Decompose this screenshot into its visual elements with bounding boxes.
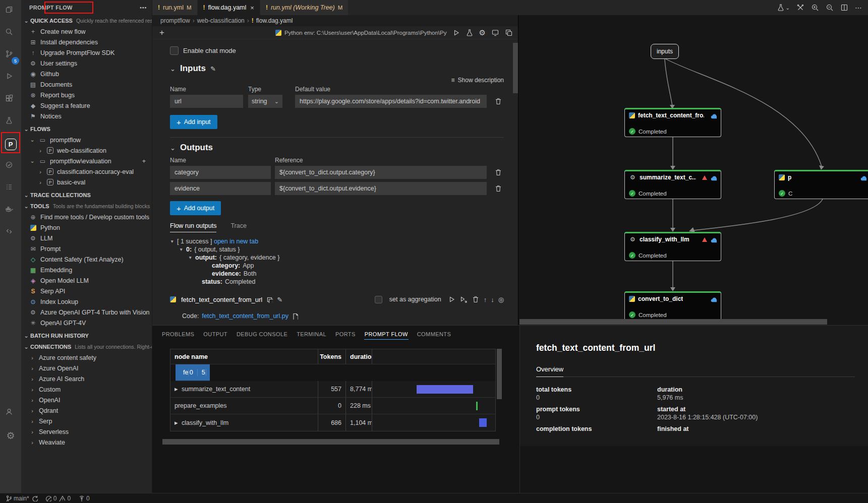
tools-item-openai-gpt4v[interactable]: ✳OpenAI GPT-4V — [21, 318, 152, 328]
output-name-field[interactable] — [170, 166, 271, 179]
show-description-button[interactable]: Show description — [458, 77, 504, 84]
flows-item-classification-accuracy-eval[interactable]: ›Pclassification-accuracy-eval — [21, 166, 152, 177]
tools-item-python[interactable]: Python — [21, 222, 152, 233]
edit-pencil-icon[interactable]: ✎ — [277, 296, 282, 303]
connection-azure-openai[interactable]: ›Azure OpenAI — [21, 363, 152, 373]
input-name-field[interactable] — [170, 95, 243, 108]
connection-azure-content-safety[interactable]: ›Azure content safety — [21, 352, 152, 363]
section-quick-access[interactable]: ⌄QUICK ACCESSQuickly reach the reference… — [21, 15, 152, 26]
graph-node-prepare-examples[interactable]: p ✓C — [774, 170, 868, 199]
graph-node-convert-to-dict[interactable]: convert_to_dict ✓Completed — [624, 291, 721, 321]
search-icon[interactable] — [0, 22, 21, 44]
twistie-icon[interactable]: ▶ — [175, 387, 182, 392]
tools-item-embedding[interactable]: ▦Embedding — [21, 265, 152, 275]
open-side-icon[interactable] — [505, 29, 513, 37]
split-editor-icon[interactable] — [840, 4, 848, 12]
debug-node-icon[interactable] — [459, 295, 468, 303]
graph-node-fetch-text-content[interactable]: fetch_text_content_fro... ✓Completed — [624, 108, 721, 137]
ports-indicator[interactable]: 0 — [78, 495, 90, 502]
chevron-down-icon[interactable]: ⌄ — [170, 65, 176, 73]
tools-item-content-safety[interactable]: ◇Content Safety (Text Analyze) — [21, 254, 152, 265]
sidebar-item-upgrade-sdk[interactable]: ↑Upgrade PromptFlow SDK — [21, 47, 152, 58]
trash-icon[interactable] — [493, 97, 504, 105]
file-icon[interactable] — [292, 313, 298, 320]
test-flask-icon[interactable] — [466, 29, 474, 37]
more-actions-icon[interactable]: ⋯ — [855, 4, 862, 12]
tab-problems[interactable]: PROBLEMS — [161, 329, 195, 339]
flows-folder-promptflow[interactable]: ⌄▭promptflow — [21, 135, 152, 145]
input-type-select[interactable]: string⌄ — [248, 95, 282, 108]
locate-node-icon[interactable]: ◎ — [498, 296, 504, 303]
table-row[interactable]: ▶summarize_text_content 557 8,774 ms — [170, 381, 495, 398]
tab-terminal[interactable]: TERMINAL — [296, 329, 327, 339]
copy-icon[interactable] — [266, 296, 273, 303]
add-node-icon[interactable]: + — [159, 28, 164, 38]
zoom-out-icon[interactable] — [826, 4, 834, 12]
panel-horizontal-scrollbar[interactable] — [161, 439, 509, 445]
tab-run-yml[interactable]: !run.ymlM — [152, 0, 198, 15]
run-flow-icon[interactable] — [452, 29, 460, 37]
connection-weaviate[interactable]: ›Weaviate — [21, 437, 152, 448]
delete-node-icon[interactable] — [472, 295, 480, 303]
sidebar-item-user-settings[interactable]: ⚙User settings — [21, 58, 152, 69]
explorer-icon[interactable] — [0, 0, 21, 22]
output-reference-field[interactable] — [275, 182, 487, 195]
section-batch-run-history[interactable]: ⌄BATCH RUN HISTORY — [21, 330, 152, 341]
graph-node-inputs[interactable]: inputs — [651, 44, 679, 59]
cloud-icon[interactable] — [710, 296, 717, 302]
tools-item-prompt[interactable]: ✉Prompt — [21, 243, 152, 254]
twistie-icon[interactable]: ▼ — [188, 255, 195, 260]
table-row[interactable]: ▶classify_with_llm 686 1,104 ms — [170, 414, 495, 431]
sidebar-item-github[interactable]: ◉Github — [21, 69, 152, 79]
output-reference-field[interactable] — [275, 166, 487, 179]
tab-flow-run-outputs[interactable]: Flow run outputs — [170, 222, 216, 232]
python-env-label[interactable]: Python env: C:\Users\user\AppData\Local\… — [275, 30, 447, 36]
test-flask-icon[interactable] — [0, 111, 21, 133]
preview-icon[interactable] — [491, 29, 499, 37]
tab-comments[interactable]: COMMENTS — [417, 329, 451, 339]
tab-output[interactable]: OUTPUT — [203, 329, 228, 339]
flows-item-basic-eval[interactable]: ›Pbasic-eval — [21, 177, 152, 187]
add-output-button[interactable]: +Add output — [170, 201, 221, 215]
gear-icon[interactable]: ⚙ — [479, 29, 486, 36]
edit-pencil-icon[interactable]: ✎ — [210, 65, 216, 73]
graph-horizontal-scrollbar[interactable] — [519, 319, 827, 325]
input-default-field[interactable] — [295, 95, 487, 108]
move-up-icon[interactable]: ↑ — [484, 296, 487, 303]
cloud-icon[interactable] — [860, 174, 866, 181]
graph-node-summarize-text-content[interactable]: ⚙summarize_text_c... ✓Completed — [624, 170, 721, 199]
tab-ports[interactable]: PORTS — [335, 329, 356, 339]
test-results-icon[interactable] — [0, 155, 21, 177]
twistie-icon[interactable]: ▼ — [179, 247, 186, 252]
sidebar-item-report-bugs[interactable]: ⊗Report bugs — [21, 90, 152, 100]
sidebar-more-icon[interactable]: ⋯ — [140, 4, 147, 12]
connection-serp[interactable]: ›Serp — [21, 416, 152, 426]
new-flow-inline-icon[interactable]: + — [142, 158, 152, 165]
tools-item-open-model-llm[interactable]: ◈Open Model LLM — [21, 275, 152, 286]
run-node-icon[interactable] — [447, 295, 455, 303]
twistie-icon[interactable]: ▼ — [170, 239, 177, 244]
cloud-icon[interactable] — [710, 174, 717, 181]
section-connections[interactable]: ⌄CONNECTIONSLists all your connections. … — [21, 341, 152, 352]
zoom-in-icon[interactable] — [811, 4, 819, 12]
tab-debug-console[interactable]: DEBUG CONSOLE — [236, 329, 288, 339]
table-row[interactable]: prepare_examples 0 228 ms — [170, 398, 495, 414]
breadcrumb[interactable]: promptflow› web-classification› ! flow.d… — [152, 15, 518, 26]
chevron-down-icon[interactable]: ⌄ — [170, 144, 176, 152]
remote-explorer-icon[interactable] — [0, 222, 21, 244]
tab-prompt-flow[interactable]: PROMPT FLOW — [364, 329, 409, 340]
table-row[interactable]: fetch_text_content_from_url 0 5,976 ms — [176, 364, 210, 381]
sidebar-item-documents[interactable]: ▤Documents — [21, 79, 152, 90]
close-icon[interactable]: × — [250, 4, 254, 12]
add-input-button[interactable]: +Add input — [170, 115, 217, 129]
flows-folder-evaluation[interactable]: ⌄▭promptflow\evaluation+ — [21, 156, 152, 166]
tab-run-yml-working-tree[interactable]: !run.yml (Working Tree)M — [260, 0, 349, 15]
tools-item-find-more[interactable]: ⊕Find more tools / Develop custom tools — [21, 212, 152, 222]
tools-item-llm[interactable]: ⚙LLM — [21, 233, 152, 243]
connection-qdrant[interactable]: ›Qdrant — [21, 405, 152, 416]
graph-node-classify-with-llm[interactable]: ⚙classify_with_llm ✓Completed — [624, 232, 721, 261]
tab-overview[interactable]: Overview — [536, 365, 563, 377]
table-vertical-scrollbar[interactable] — [497, 349, 502, 430]
cloud-icon[interactable] — [710, 236, 717, 243]
flows-item-web-classification[interactable]: ›Pweb-classification — [21, 145, 152, 156]
